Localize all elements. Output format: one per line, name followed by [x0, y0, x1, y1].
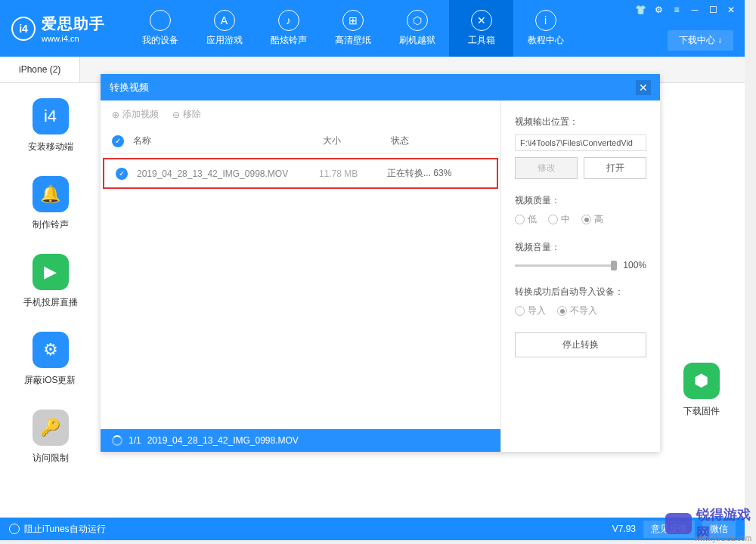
volume-value: 100%	[623, 260, 646, 270]
download-center-button[interactable]: 下载中心 ↓	[668, 30, 733, 51]
quality-low-radio[interactable]: 低	[515, 213, 537, 226]
col-name: 名称	[133, 134, 323, 147]
add-icon: ⊕	[112, 110, 119, 120]
watermark: 锐得游戏网 www.ytruida.com	[665, 502, 756, 544]
open-button[interactable]: 打开	[584, 157, 646, 179]
table-header: ✓ 名称 大小 状态	[101, 128, 500, 154]
spinner-icon	[112, 435, 122, 446]
tools-icon: ✕	[471, 10, 492, 31]
convert-video-dialog: 转换视频 ✕ ⊕添加视频 ⊖移除 ✓ 名称 大小 状态 ✓ 2019_04_28…	[101, 74, 660, 452]
table-row[interactable]: ✓ 2019_04_28_13_42_IMG_0998.MOV 11.78 MB…	[103, 158, 498, 189]
col-size: 大小	[323, 134, 391, 147]
stop-convert-button[interactable]: 停止转换	[515, 332, 646, 357]
progress-file: 2019_04_28_13_42_IMG_0998.MOV	[147, 435, 299, 446]
tab-iphone[interactable]: iPhone (2)	[0, 57, 80, 82]
bell-icon: ♪	[278, 10, 299, 31]
apps-icon: A	[214, 10, 235, 31]
nav-ringtones[interactable]: ♪酷炫铃声	[256, 0, 321, 57]
quality-high-radio[interactable]: 高	[581, 213, 603, 226]
import-no-radio[interactable]: 不导入	[557, 304, 597, 317]
menu-icon[interactable]: ≡	[671, 4, 683, 16]
apple-icon	[150, 10, 171, 31]
box-icon: ⬡	[407, 10, 428, 31]
nav-apps[interactable]: A应用游戏	[192, 0, 256, 57]
tool-block-update[interactable]: ⚙屏蔽iOS更新	[0, 332, 101, 387]
grid-icon: ⊞	[342, 10, 364, 31]
logo: i4 爱思助手 www.i4.cn	[0, 14, 105, 43]
modify-button[interactable]: 修改	[515, 157, 578, 179]
ringtone-icon: 🔔	[33, 176, 69, 212]
tool-screencast[interactable]: ▶手机投屏直播	[0, 254, 101, 309]
progress-bar: 1/1 2019_04_28_13_42_IMG_0998.MOV	[101, 429, 500, 452]
slider-thumb[interactable]	[611, 261, 617, 270]
col-status: 状态	[391, 134, 489, 147]
maximize-button[interactable]: ☐	[707, 4, 719, 16]
minimize-button[interactable]: ─	[689, 4, 701, 16]
firmware-icon: ⬢	[683, 363, 720, 399]
dialog-close-button[interactable]: ✕	[636, 80, 651, 95]
watermark-icon	[665, 513, 692, 534]
volume-slider[interactable]	[515, 264, 617, 267]
settings-icon[interactable]: ⚙	[652, 4, 665, 16]
status-bar: 阻止iTunes自动运行 V7.93 意见反馈 微信	[0, 518, 745, 540]
app-url: www.i4.cn	[42, 34, 105, 43]
select-all-checkbox[interactable]: ✓	[112, 135, 124, 147]
output-path-input[interactable]	[515, 134, 646, 151]
add-video-button[interactable]: ⊕添加视频	[112, 108, 159, 121]
app-header: i4 爱思助手 www.i4.cn 我的设备 A应用游戏 ♪酷炫铃声 ⊞高清壁纸…	[0, 0, 745, 57]
version-label: V7.93	[612, 524, 636, 534]
quality-label: 视频质量：	[515, 194, 646, 207]
dialog-toolbar: ⊕添加视频 ⊖移除	[101, 100, 500, 128]
quality-mid-radio[interactable]: 中	[548, 213, 570, 226]
watermark-url: www.ytruida.com	[694, 534, 751, 542]
app-title: 爱思助手	[42, 14, 105, 34]
remove-icon: ⊖	[172, 110, 180, 120]
window-controls: 👕 ⚙ ≡ ─ ☐ ✕	[634, 4, 737, 16]
right-sidebar: ⬢下载固件	[658, 83, 745, 518]
nav-wallpapers[interactable]: ⊞高清壁纸	[321, 0, 385, 57]
file-size: 11.78 MB	[319, 168, 387, 179]
tool-ringtone[interactable]: 🔔制作铃声	[0, 176, 101, 231]
nav-tutorials[interactable]: i教程中心	[513, 0, 578, 57]
row-checkbox[interactable]: ✓	[116, 168, 128, 180]
info-icon: i	[535, 10, 556, 31]
tools-sidebar: i4安装移动端 🔔制作铃声 ▶手机投屏直播 ⚙屏蔽iOS更新 🔑访问限制	[0, 83, 101, 518]
file-name: 2019_04_28_13_42_IMG_0998.MOV	[137, 168, 319, 179]
logo-icon: i4	[11, 17, 36, 41]
itunes-label: 阻止iTunes自动运行	[24, 523, 106, 536]
import-label: 转换成功后自动导入设备：	[515, 286, 646, 298]
nav-device[interactable]: 我的设备	[128, 0, 192, 57]
gear-icon: ⚙	[33, 332, 69, 368]
install-icon: i4	[33, 98, 69, 134]
dialog-title: 转换视频	[110, 81, 149, 94]
close-button[interactable]: ✕	[725, 4, 737, 16]
progress-count: 1/1	[129, 435, 141, 446]
key-icon: 🔑	[33, 410, 69, 446]
tool-restrictions[interactable]: 🔑访问限制	[0, 410, 101, 465]
itunes-toggle[interactable]	[9, 524, 20, 534]
tool-download-firmware[interactable]: ⬢下载固件	[658, 363, 745, 418]
dialog-header: 转换视频 ✕	[101, 74, 660, 100]
main-nav: 我的设备 A应用游戏 ♪酷炫铃声 ⊞高清壁纸 ⬡刷机越狱 ✕工具箱 i教程中心	[128, 0, 578, 57]
shirt-icon[interactable]: 👕	[634, 4, 646, 16]
remove-button[interactable]: ⊖移除	[172, 108, 201, 121]
file-status: 正在转换... 63%	[387, 167, 485, 180]
volume-label: 视频音量：	[515, 241, 646, 254]
tool-install-mobile[interactable]: i4安装移动端	[0, 98, 101, 153]
nav-jailbreak[interactable]: ⬡刷机越狱	[385, 0, 449, 57]
output-label: 视频输出位置：	[515, 116, 646, 128]
import-yes-radio[interactable]: 导入	[515, 304, 546, 317]
nav-toolbox[interactable]: ✕工具箱	[449, 0, 513, 57]
screencast-icon: ▶	[33, 254, 69, 290]
dialog-settings: 视频输出位置： 修改 打开 视频质量： 低 中 高 视频音量： 100% 转换成…	[501, 100, 660, 452]
